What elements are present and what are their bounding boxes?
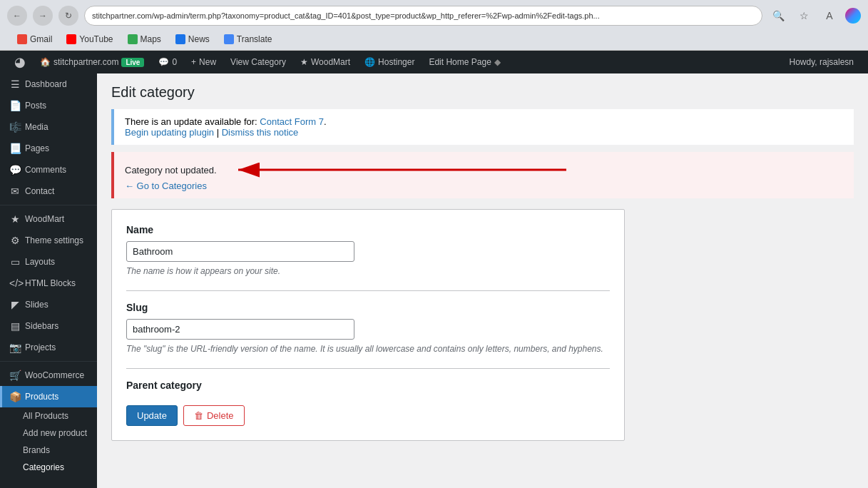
sidebar-projects-label: Projects <box>25 342 56 352</box>
bookmark-news-label: News <box>188 34 210 44</box>
slug-label: Slug <box>126 302 610 313</box>
sidebars-icon: ▤ <box>9 320 21 332</box>
parent-category-label: Parent category <box>126 380 610 391</box>
bookmark-gmail[interactable]: Gmail <box>14 33 55 46</box>
news-icon <box>175 34 185 44</box>
bookmark-news[interactable]: News <box>173 33 213 46</box>
begin-update-link[interactable]: Begin updating plugin <box>125 127 214 138</box>
edit-home-page-label: Edit Home Page <box>429 57 491 67</box>
sidebar-item-media[interactable]: 🎼 Media <box>0 116 97 138</box>
bookmark-maps[interactable]: Maps <box>125 33 164 46</box>
howdy-item[interactable]: Howdy, rajsalesn <box>782 51 861 73</box>
sidebar-theme-settings-label: Theme settings <box>25 235 83 245</box>
new-item[interactable]: + New <box>184 51 223 73</box>
comments-sidebar-icon: 💬 <box>9 164 21 176</box>
star-button[interactable]: ☆ <box>794 6 814 26</box>
update-button[interactable]: Update <box>126 405 178 426</box>
sidebar-layouts-label: Layouts <box>25 257 55 267</box>
bookmark-translate[interactable]: Translate <box>221 33 275 46</box>
search-button[interactable]: 🔍 <box>768 6 788 26</box>
sidebar-item-posts[interactable]: 📄 Posts <box>0 95 97 116</box>
profile-button[interactable]: A <box>820 6 839 26</box>
edit-home-page-item[interactable]: Edit Home Page ◆ <box>422 51 507 73</box>
sidebar-item-woodmart[interactable]: ★ WoodMart <box>0 208 97 230</box>
go-to-categories-link[interactable]: ← Go to Categories <box>125 181 207 191</box>
html-blocks-icon: </> <box>9 278 21 289</box>
delete-icon: 🗑 <box>194 410 203 421</box>
sidebar-sub-categories[interactable]: Categories <box>0 459 97 476</box>
sidebar-item-projects[interactable]: 📷 Projects <box>0 337 97 358</box>
woodmart-icon: ★ <box>9 213 21 225</box>
wp-admin-bar: ◕ 🏠 stitchpartner.com Live 💬 0 + New Vie… <box>0 51 868 73</box>
slug-input[interactable] <box>126 319 354 340</box>
new-label: New <box>199 57 216 67</box>
translate-icon <box>224 34 234 44</box>
projects-icon: 📷 <box>9 342 21 353</box>
content-inner: Edit category There is an update availab… <box>97 73 868 452</box>
slug-help: The "slug" is the URL-friendly version o… <box>126 344 610 354</box>
dismiss-notice-link[interactable]: Dismiss this notice <box>222 127 299 138</box>
update-notice: There is an update available for: Contac… <box>111 109 854 145</box>
back-button[interactable]: ← <box>7 6 27 26</box>
sidebar-item-comments[interactable]: 💬 Comments <box>0 159 97 181</box>
error-notice: Category not updated. ← Go to Categories <box>111 152 854 198</box>
sidebar-sub-add-new-product[interactable]: Add new product <box>0 425 97 442</box>
extension-button[interactable] <box>845 8 861 24</box>
sidebar-divider-1 <box>0 205 97 205</box>
sidebar-item-layouts[interactable]: ▭ Layouts <box>0 251 97 273</box>
forward-button[interactable]: → <box>33 6 53 26</box>
sidebar-item-woocommerce[interactable]: 🛒 WooCommerce <box>0 365 97 386</box>
sidebar-item-pages[interactable]: 📃 Pages <box>0 138 97 159</box>
sidebar-item-theme-settings[interactable]: ⚙ Theme settings <box>0 230 97 251</box>
sidebar-dashboard-label: Dashboard <box>25 79 67 89</box>
slug-section: Slug The "slug" is the URL-friendly vers… <box>126 302 610 354</box>
sidebar-sub-brands[interactable]: Brands <box>0 442 97 459</box>
delete-button[interactable]: 🗑 Delete <box>183 405 245 426</box>
sidebar-item-html-blocks[interactable]: </> HTML Blocks <box>0 273 97 294</box>
hostinger-label: Hostinger <box>378 57 414 67</box>
name-input[interactable] <box>126 241 354 262</box>
bookmark-youtube[interactable]: YouTube <box>63 33 116 46</box>
wp-logo-item[interactable]: ◕ <box>7 51 33 73</box>
brands-label: Brands <box>23 445 50 455</box>
view-category-label: View Category <box>230 57 286 67</box>
sidebar-slides-label: Slides <box>25 300 48 310</box>
site-name-label: stitchpartner.com <box>53 57 118 67</box>
youtube-icon <box>66 34 76 44</box>
sidebar-item-products[interactable]: 📦 Products <box>0 386 97 407</box>
add-new-product-label: Add new product <box>23 428 87 438</box>
products-icon: 📦 <box>9 391 21 402</box>
notice-plugin-link[interactable]: Contact Form 7 <box>260 116 324 127</box>
sidebar-media-label: Media <box>25 122 48 132</box>
parent-category-section: Parent category <box>126 380 610 391</box>
plus-icon: + <box>191 57 196 67</box>
bookmark-gmail-label: Gmail <box>30 34 52 44</box>
sidebar-item-dashboard[interactable]: ☰ Dashboard <box>0 73 97 95</box>
woodmart-bar-item[interactable]: ★ WoodMart <box>293 51 357 73</box>
gmail-icon <box>17 34 27 44</box>
comments-item[interactable]: 💬 0 <box>151 51 184 73</box>
all-products-label: All Products <box>23 411 68 421</box>
diamond-icon: ◆ <box>494 57 501 67</box>
sidebar-comments-label: Comments <box>25 165 66 175</box>
form-divider-2 <box>126 368 610 369</box>
notice-update-text: There is an update available for: <box>125 116 257 127</box>
sidebar-woocommerce-label: WooCommerce <box>25 370 84 380</box>
view-category-item[interactable]: View Category <box>223 51 293 73</box>
sidebar-item-slides[interactable]: ◤ Slides <box>0 294 97 315</box>
sidebar-item-contact[interactable]: ✉ Contact <box>0 181 97 202</box>
refresh-button[interactable]: ↻ <box>58 6 78 26</box>
woodmart-bar-label: WoodMart <box>311 57 350 67</box>
pages-icon: 📃 <box>9 143 21 154</box>
sidebar-sub-all-products[interactable]: All Products <box>0 407 97 425</box>
form-card: Name The name is how it appears on your … <box>111 209 625 441</box>
theme-settings-icon: ⚙ <box>9 235 21 246</box>
sidebar-item-sidebars[interactable]: ▤ Sidebars <box>0 315 97 337</box>
url-bar[interactable]: stitchpartner.com/wp-admin/term.php?taxo… <box>84 6 762 26</box>
sidebar-products-label: Products <box>25 392 58 402</box>
site-name-item[interactable]: 🏠 stitchpartner.com Live <box>33 51 151 73</box>
button-row: Update 🗑 Delete <box>126 405 610 426</box>
name-section: Name The name is how it appears on your … <box>126 224 610 276</box>
hostinger-item[interactable]: 🌐 Hostinger <box>357 51 422 73</box>
browser-nav: ← → ↻ stitchpartner.com/wp-admin/term.ph… <box>7 6 861 26</box>
